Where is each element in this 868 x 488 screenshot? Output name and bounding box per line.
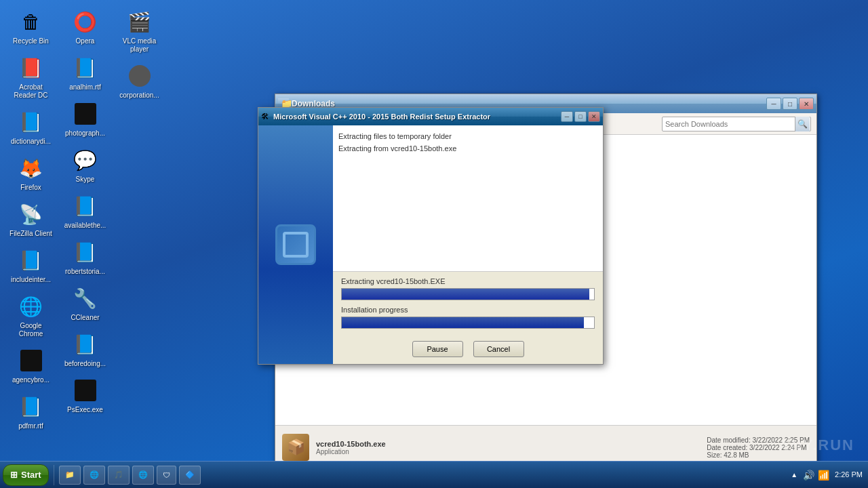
setup-dialog-status: Extracting vcred10-15both.EXE Installati… [333, 272, 603, 334]
setup-dialog-minimize[interactable]: ─ [561, 111, 573, 122]
desktop-icon-recycle-bin[interactable]: 🗑 Recycle Bin [5, 5, 56, 48]
downloads-maximize-button[interactable]: □ [783, 98, 797, 110]
desktop-icon-ccleaner[interactable]: 🔧 CCleaner [60, 282, 111, 325]
desktop-icon-availablethe[interactable]: 📘 availablethe... [60, 190, 111, 232]
beforedoing-label: beforedoing... [64, 360, 106, 368]
install-progress-fill [342, 317, 584, 328]
ccleaner-label: CCleaner [71, 314, 99, 322]
taskbar-other-icon: 🔷 [185, 470, 195, 479]
desktop-icon-pdfmr[interactable]: 📘 pdfmr.rtf [5, 390, 56, 433]
desktop-icon-acrobat[interactable]: 📕 Acrobat Reader DC [5, 52, 56, 102]
status-date-created: Date created: 3/22/2022 2:24 PM [707, 444, 810, 451]
taskbar-other-button[interactable]: 🔷 [179, 466, 201, 485]
taskbar-ie-button[interactable]: 🌐 [83, 466, 105, 485]
taskbar-explorer-icon: 📁 [65, 470, 75, 479]
downloads-window-controls: ─ □ ✕ [766, 98, 814, 110]
availablethe-label: availablethe... [64, 222, 106, 230]
downloads-close-button[interactable]: ✕ [799, 98, 814, 110]
install-progress-label: Installation progress [341, 306, 595, 314]
start-label: Start [21, 470, 41, 480]
agencybro-icon [18, 347, 45, 374]
setup-dialog-controls: ─ □ ✕ [561, 111, 600, 122]
skype-label: Skype [76, 176, 95, 184]
analhim-icon: 📘 [72, 54, 99, 81]
recycle-bin-icon: 🗑 [18, 8, 45, 35]
taskbar-antivirus-button[interactable]: 🛡 [157, 466, 176, 485]
corporation-icon [126, 62, 153, 89]
taskbar-chrome-icon: 🌐 [138, 470, 148, 479]
agencybro-label: agencybro... [12, 376, 50, 384]
status-details: Date modified: 3/22/2022 2:25 PM Date cr… [707, 436, 810, 459]
taskbar-winamp-icon: 🎵 [114, 470, 123, 479]
setup-dialog-restore[interactable]: □ [574, 111, 587, 122]
desktop-icon-opera[interactable]: ⭕ Opera [60, 5, 111, 48]
log-line-1: Extracting files to temporary folder [338, 131, 597, 143]
desktop-icon-psexec[interactable]: PsExec.exe [60, 374, 111, 417]
downloads-minimize-button[interactable]: ─ [766, 98, 781, 110]
desktop-icon-skype[interactable]: 💬 Skype [60, 144, 111, 186]
clock-time: 2:26 PM [835, 470, 863, 480]
search-bar[interactable]: 🔍 [662, 117, 811, 131]
setup-dialog-close[interactable]: ✕ [588, 111, 600, 122]
desktop-icon-corporation[interactable]: corporation... [114, 60, 165, 102]
setup-dialog-title: Microsoft Visual C++ 2010 - 2015 Both Re… [273, 113, 558, 121]
desktop-icon-includeinter[interactable]: 📘 includeinter... [5, 244, 56, 287]
firefox-icon: 🦊 [18, 155, 45, 182]
taskbar-right: ▲ 🔊 📶 2:26 PM [791, 470, 865, 481]
extracting-progress-bar [341, 288, 595, 300]
search-input[interactable] [663, 120, 795, 128]
robertstoria-icon: 📘 [72, 239, 99, 266]
desktop-icon-firefox[interactable]: 🦊 Firefox [5, 152, 56, 195]
tray-expand-arrow[interactable]: ▲ [791, 471, 797, 479]
desktop-icon-analhim[interactable]: 📘 analhim.rtf [60, 52, 111, 94]
filezilla-label: FileZilla Client [9, 230, 52, 238]
setup-dialog-content: Extracting files to temporary folder Ext… [258, 125, 603, 364]
tray-icons: 🔊 📶 [803, 470, 829, 481]
skype-icon: 💬 [72, 146, 99, 174]
log-line-2: Extracting from vcred10-15both.exe [338, 143, 597, 155]
taskbar-explorer-button[interactable]: 📁 [59, 466, 81, 485]
taskbar: ⊞ Start 📁 🌐 🎵 🌐 🛡 🔷 ▲ 🔊 📶 [0, 461, 868, 488]
setup-dialog-logo [275, 224, 316, 265]
setup-extractor-dialog: 🛠 Microsoft Visual C++ 2010 - 2015 Both … [258, 107, 604, 365]
firefox-label: Firefox [20, 184, 41, 192]
pdfmr-icon: 📘 [18, 393, 45, 420]
setup-dialog-right-panel: Extracting files to temporary folder Ext… [333, 125, 603, 364]
start-button[interactable]: ⊞ Start [3, 464, 49, 486]
taskbar-winamp-button[interactable]: 🎵 [108, 466, 130, 485]
install-progress-bar [341, 317, 595, 329]
availablethe-icon: 📘 [72, 192, 99, 220]
desktop-icon-agencybro[interactable]: agencybro... [5, 344, 56, 387]
beforedoing-icon: 📘 [72, 331, 99, 358]
tray-network-icon[interactable]: 📶 [818, 470, 829, 481]
tray-volume-icon[interactable]: 🔊 [803, 470, 814, 481]
chrome-icon: 🌐 [18, 293, 45, 320]
desktop-icon-beforedoing[interactable]: 📘 beforedoing... [60, 328, 111, 371]
system-clock: 2:26 PM [835, 470, 863, 480]
desktop-icon-robertstoria[interactable]: 📘 robertstoria... [60, 236, 111, 279]
desktop-icon-photograph[interactable]: photograph... [60, 98, 111, 140]
status-file-icon: 📦 [282, 434, 309, 461]
includeinter-icon: 📘 [18, 247, 45, 274]
taskbar-antivirus-icon: 🛡 [163, 471, 170, 479]
ccleaner-icon: 🔧 [72, 285, 99, 312]
extracting-progress-fill [342, 289, 589, 300]
filezilla-icon: 📡 [18, 201, 45, 228]
pause-button[interactable]: Pause [412, 341, 463, 357]
psexec-label: PsExec.exe [67, 406, 103, 414]
desktop-icon-chrome[interactable]: 🌐 Google Chrome [5, 290, 56, 341]
desktop-icon-filezilla[interactable]: 📡 FileZilla Client [5, 198, 56, 241]
taskbar-chrome-button[interactable]: 🌐 [132, 466, 154, 485]
taskbar-ie-icon: 🌐 [90, 470, 99, 479]
cancel-button[interactable]: Cancel [473, 341, 524, 357]
analhim-label: analhim.rtf [69, 83, 101, 92]
setup-dialog-log: Extracting files to temporary folder Ext… [333, 125, 603, 272]
desktop-icon-dictionary[interactable]: 📘 dictionarydi... [5, 106, 56, 148]
setup-dialog-icon: 🛠 [261, 112, 271, 121]
setup-dialog-titlebar[interactable]: 🛠 Microsoft Visual C++ 2010 - 2015 Both … [258, 108, 603, 125]
search-button[interactable]: 🔍 [795, 117, 810, 131]
desktop-icon-vlc[interactable]: 🎬 VLC media player [114, 5, 165, 56]
status-size: Size: 42.8 MB [707, 451, 810, 459]
setup-dialog-buttons: Pause Cancel [333, 334, 603, 364]
desktop-icons-container: 🗑 Recycle Bin 📕 Acrobat Reader DC 📘 dict… [0, 0, 149, 461]
